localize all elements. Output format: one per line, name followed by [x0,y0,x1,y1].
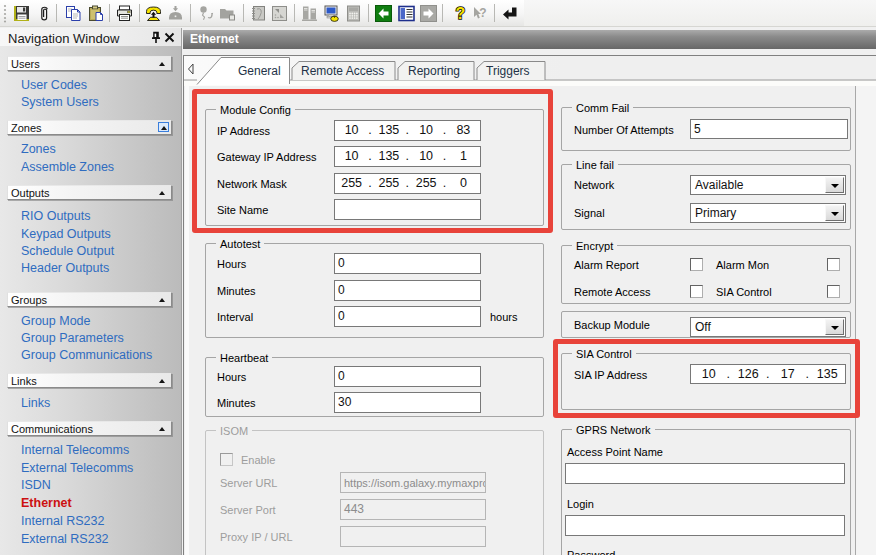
svg-text:?: ? [456,5,466,22]
svg-text:?: ? [479,6,486,20]
